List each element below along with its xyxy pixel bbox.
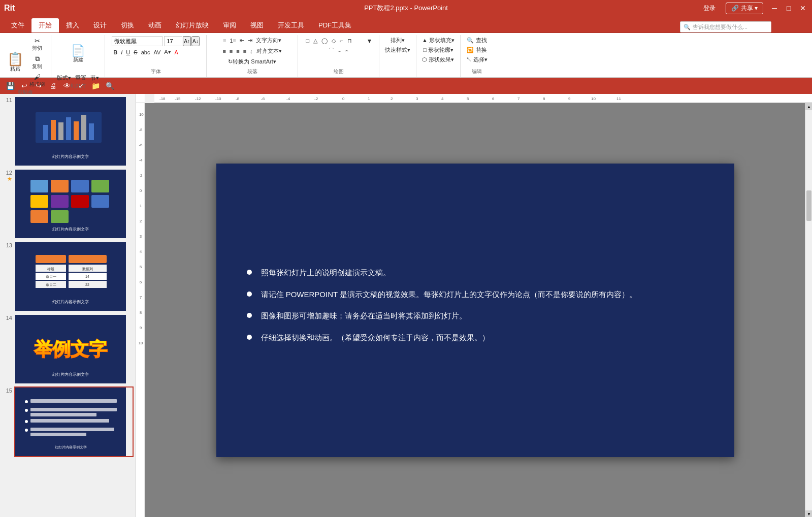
- shape-7[interactable]: ⌒: [327, 46, 336, 55]
- tab-devtools[interactable]: 开发工具: [271, 18, 311, 33]
- shape-9[interactable]: ⌢: [343, 47, 350, 54]
- tab-home[interactable]: 开始: [31, 18, 59, 33]
- arrange-button[interactable]: 排列▾: [389, 36, 406, 45]
- underline-button[interactable]: U: [124, 49, 132, 56]
- bullet-dot-4: [247, 335, 252, 340]
- replace-button[interactable]: 🔁 替换: [465, 46, 488, 54]
- slide-thumb-12[interactable]: 幻灯片内容示例文字: [14, 169, 134, 239]
- tab-review[interactable]: 审阅: [216, 18, 243, 33]
- increase-font-button[interactable]: A↑: [183, 36, 191, 46]
- svg-rect-17: [30, 210, 48, 223]
- strikethrough-button[interactable]: S: [132, 49, 139, 56]
- font-color-button[interactable]: A: [173, 49, 180, 56]
- shape-fill-button[interactable]: ▲ 形状填充▾: [420, 36, 456, 45]
- shape-6[interactable]: ⊓: [346, 37, 353, 45]
- slide-canvas[interactable]: 照每张幻灯片上的说明创建演示文稿。 请记住 POWERPOINT 是演示文稿的视…: [145, 103, 805, 517]
- copy-button[interactable]: ⧉ 复制: [27, 54, 47, 71]
- minimize-button[interactable]: ─: [769, 3, 779, 13]
- slide-thumb-13[interactable]: 标题 数据列 条目一 14 条目二 22 幻灯片内容示例文字: [14, 241, 134, 312]
- redo-button[interactable]: ↪: [33, 80, 45, 92]
- quick-styles-button[interactable]: 快速样式▾: [383, 46, 412, 54]
- bold-button[interactable]: B: [112, 49, 119, 56]
- tab-view[interactable]: 视图: [243, 18, 271, 33]
- select-button[interactable]: ↖ 选择▾: [465, 55, 489, 64]
- char-spacing-button[interactable]: A▾: [163, 48, 172, 56]
- align-right-button[interactable]: ≡: [235, 48, 241, 55]
- zoom-button[interactable]: 🔍: [104, 80, 116, 92]
- decrease-font-button[interactable]: A↓: [191, 36, 200, 46]
- align-left-button[interactable]: ≡: [221, 48, 227, 55]
- scroll-track[interactable]: [805, 110, 812, 510]
- tab-insert[interactable]: 插入: [59, 18, 86, 33]
- justify-button[interactable]: ≡: [242, 48, 248, 55]
- line-spacing-button[interactable]: ↕: [248, 48, 254, 55]
- increase-indent-button[interactable]: ⇥: [246, 37, 254, 44]
- numbered-list-button[interactable]: 1≡: [228, 37, 238, 44]
- open-button[interactable]: 📁: [89, 80, 102, 92]
- shape-effect-button[interactable]: ⬡ 形状效果▾: [420, 55, 456, 64]
- login-button[interactable]: 登录: [703, 4, 716, 13]
- new-slide-button[interactable]: 📄 新建: [68, 36, 88, 73]
- rectangle-shape[interactable]: □: [305, 37, 311, 45]
- align-center-button[interactable]: ≡: [228, 48, 234, 55]
- svg-rect-18: [51, 210, 69, 223]
- preview-button[interactable]: 👁: [61, 80, 73, 92]
- check-button[interactable]: ✓: [75, 80, 87, 92]
- tab-file[interactable]: 文件: [4, 18, 31, 33]
- svg-point-44: [25, 429, 28, 432]
- paste-button[interactable]: 📋 粘贴: [4, 44, 26, 81]
- maximize-button[interactable]: □: [784, 3, 794, 13]
- shape-4[interactable]: ◇: [330, 37, 337, 45]
- tab-design[interactable]: 设计: [86, 18, 114, 33]
- shape-8[interactable]: ⌣: [336, 47, 343, 54]
- slide-thumb-14[interactable]: 举例文字 幻灯片内容示例文字: [14, 314, 134, 384]
- svg-rect-21: [69, 255, 107, 263]
- scroll-down-button[interactable]: ▼: [805, 510, 812, 517]
- svg-text:9: 9: [568, 96, 571, 101]
- close-button[interactable]: ✕: [798, 3, 808, 13]
- slide-item-13[interactable]: 13 标题 数据列 条目一 14: [2, 241, 134, 312]
- vertical-scrollbar[interactable]: ▲ ▼: [805, 103, 812, 517]
- svg-text:10: 10: [591, 96, 596, 101]
- ribbon: 文件 开始 插入 设计 切换 动画 幻灯片放映 审阅 视图 开发工具 PDF工具…: [0, 16, 812, 33]
- tab-transition[interactable]: 切换: [114, 18, 141, 33]
- slide-item-12[interactable]: 12 ★: [2, 169, 134, 239]
- find-button[interactable]: 🔍 查找: [465, 36, 488, 45]
- slide-item-11[interactable]: 11 幻灯片内容示例文字: [2, 96, 134, 167]
- slide-item-15[interactable]: 15 幻灯片内容示例文字: [2, 386, 134, 457]
- convert-smartart-button[interactable]: ↻转换为 SmartArt▾: [226, 57, 277, 66]
- shape-outline-button[interactable]: □ 形状轮廓▾: [421, 46, 455, 54]
- scroll-up-button[interactable]: ▲: [805, 103, 812, 110]
- slide-thumb-11[interactable]: 幻灯片内容示例文字: [14, 96, 134, 167]
- scroll-thumb-v[interactable]: [806, 190, 811, 221]
- tab-animation[interactable]: 动画: [141, 18, 169, 33]
- more-shapes-button[interactable]: ▾: [366, 36, 373, 45]
- print-button[interactable]: 🖨: [47, 80, 59, 92]
- ribbon-search-box[interactable]: 🔍 告诉我您想要做什么...: [680, 21, 771, 33]
- subscript-button[interactable]: abc: [140, 49, 152, 56]
- shape-5[interactable]: ⌐: [338, 37, 344, 45]
- font-name-input[interactable]: [112, 36, 163, 46]
- italic-button[interactable]: I: [119, 49, 124, 56]
- text-direction-button[interactable]: 文字方向▾: [254, 36, 283, 45]
- cut-button[interactable]: ✂ 剪切: [27, 36, 47, 53]
- share-button[interactable]: 🔗 共享 ▾: [726, 3, 763, 14]
- save-qa-button[interactable]: 💾: [4, 80, 16, 92]
- font-size-input[interactable]: [164, 36, 182, 46]
- font-style-row: B I U S abc AV A▾ A: [112, 48, 180, 56]
- align-text-button[interactable]: 对齐文本▾: [255, 47, 283, 55]
- tab-pdf[interactable]: PDF工具集: [311, 18, 359, 33]
- align-row: ≡ ≡ ≡ ≡ ↕ 对齐文本▾: [221, 47, 283, 55]
- superscript-button[interactable]: AV: [152, 49, 162, 56]
- shape-2[interactable]: △: [312, 37, 319, 45]
- slide-view[interactable]: 照每张幻灯片上的说明创建演示文稿。 请记住 POWERPOINT 是演示文稿的视…: [216, 164, 734, 457]
- svg-rect-38: [30, 399, 117, 403]
- shape-3[interactable]: ◯: [320, 37, 329, 45]
- decrease-indent-button[interactable]: ⇤: [238, 37, 246, 44]
- bullet-list-button[interactable]: ≡: [221, 37, 228, 44]
- slide-thumb-15[interactable]: 幻灯片内容示例文字: [14, 386, 134, 457]
- tab-slideshow[interactable]: 幻灯片放映: [169, 18, 216, 33]
- undo-button[interactable]: ↩: [18, 80, 30, 92]
- slide-item-14[interactable]: 14 举例文字 幻灯片内容示例文字: [2, 314, 134, 384]
- ruler-vertical: -10 -8 -6 -4 -2 0 1 2 3 4 5 6 7 8 9 10: [136, 103, 145, 517]
